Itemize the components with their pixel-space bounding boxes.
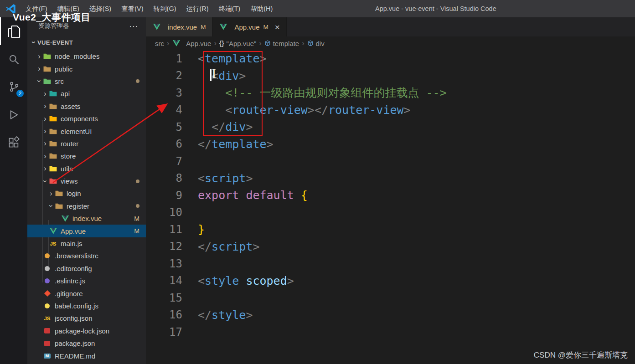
- folder-store-icon: [49, 153, 57, 160]
- activity-bar: 2: [0, 17, 27, 364]
- tab-index-vue[interactable]: index.vueM: [146, 17, 212, 36]
- search-icon[interactable]: [0, 45, 27, 73]
- workspace-section-header[interactable]: › VUE-EVENT: [27, 37, 146, 47]
- folder-public-icon: [43, 65, 52, 72]
- tree-item-register[interactable]: ›register: [27, 200, 146, 212]
- tree-item-index-vue[interactable]: index.vueM: [27, 212, 146, 225]
- tab-app-vue[interactable]: App.vueM×: [212, 17, 286, 36]
- folder-node-modules-icon: [43, 53, 52, 60]
- line-number: 15: [146, 292, 182, 304]
- code-line: 15: [146, 289, 635, 307]
- tree-item-src[interactable]: ›src: [27, 75, 146, 87]
- chevron-right-icon: ›: [36, 53, 43, 60]
- workspace-name: VUE-EVENT: [37, 39, 73, 46]
- tab-label: App.vue: [234, 23, 259, 31]
- code-line: 17: [146, 323, 635, 341]
- tree-item-views[interactable]: ›views: [27, 175, 146, 187]
- code-line: 16</style>: [146, 307, 635, 324]
- menu-item[interactable]: 转到(G): [149, 0, 181, 17]
- tree-item-node-modules[interactable]: ›node_modules: [27, 50, 146, 62]
- code-line: 9export default {: [146, 187, 635, 204]
- tree-item-assets[interactable]: ›assets: [27, 100, 146, 113]
- browserslist-icon: [43, 252, 52, 260]
- folder-router-icon: [49, 140, 57, 147]
- more-actions-icon[interactable]: ···: [130, 23, 139, 30]
- line-number: 2: [146, 69, 182, 82]
- editor-indent-guide: [203, 67, 204, 136]
- line-number: 6: [146, 138, 182, 150]
- markdown-icon: M: [43, 352, 52, 359]
- chevron-right-icon: ›: [36, 65, 43, 72]
- chevron-right-icon: ›: [41, 153, 49, 160]
- folder-elementui-icon: [49, 128, 57, 135]
- chevron-down-icon: ›: [47, 202, 55, 210]
- tree-item-main-js[interactable]: JSmain.js: [27, 237, 146, 250]
- tree-item-label: App.vue: [61, 227, 130, 235]
- vue-icon: [219, 23, 227, 31]
- git-modified-badge: M: [134, 215, 139, 222]
- breadcrumb-item[interactable]: template: [264, 40, 299, 47]
- tree-item-store[interactable]: ›store: [27, 150, 146, 162]
- tree-item-jsconfig-json[interactable]: JSjsconfig.json: [27, 312, 146, 324]
- tree-item-app-vue[interactable]: App.vueM: [27, 225, 146, 237]
- ibeam-mouse-cursor: I: [212, 67, 217, 81]
- breadcrumb-item[interactable]: App.vue: [172, 40, 211, 47]
- tree-item-utils[interactable]: ›utils: [27, 163, 146, 175]
- tree-item-label: README.md: [55, 352, 139, 360]
- tree-item-label: package-lock.json: [55, 327, 139, 335]
- chevron-down-icon: ›: [36, 77, 43, 85]
- run-debug-icon[interactable]: [0, 101, 27, 128]
- tree-item-elementui[interactable]: ›elementUI: [27, 125, 146, 137]
- tree-item-readme-md[interactable]: MREADME.md: [27, 349, 146, 362]
- tree-item-editorconfig[interactable]: .editorconfig: [27, 262, 146, 275]
- extensions-icon[interactable]: [0, 128, 27, 156]
- menu-item[interactable]: 运行(R): [181, 0, 213, 17]
- tree-item-public[interactable]: ›public: [27, 62, 146, 75]
- tree-item-eslintrc-js[interactable]: .eslintrc.js: [27, 275, 146, 287]
- tab-label: index.vue: [168, 23, 197, 31]
- tree-item-api[interactable]: ›api: [27, 87, 146, 100]
- menu-item[interactable]: 帮助(H): [245, 0, 278, 17]
- line-number: 11: [146, 223, 182, 236]
- folder-utils-icon: [49, 165, 57, 172]
- tree-item-gitignore[interactable]: .gitignore: [27, 287, 146, 299]
- code-editor[interactable]: 1<template>2 <div>3 <!-- 一级路由规则对象组件的挂载点 …: [146, 50, 635, 364]
- menu-item[interactable]: 查看(V): [116, 0, 148, 17]
- tree-item-browserslistrc[interactable]: .browserslistrc: [27, 250, 146, 262]
- title-bar: 文件(F)编辑(E)选择(S)查看(V)转到(G)运行(R)终端(T)帮助(H)…: [0, 0, 635, 17]
- folder-views-icon: [49, 178, 57, 185]
- code-line: 6</template>: [146, 136, 635, 153]
- line-number: 12: [146, 240, 182, 253]
- line-number: 17: [146, 326, 182, 338]
- breadcrumb-item[interactable]: div: [307, 40, 325, 47]
- breadcrumb-separator: ›: [167, 39, 169, 47]
- breadcrumb-item[interactable]: src: [155, 40, 164, 47]
- menu-item[interactable]: 终端(T): [214, 0, 246, 17]
- line-number: 13: [146, 257, 182, 270]
- line-number: 1: [146, 52, 182, 65]
- chevron-right-icon: ›: [47, 190, 55, 197]
- code-line: 2 <div>: [146, 67, 635, 85]
- code-line: 5 </div>: [146, 118, 635, 136]
- breadcrumb-separator: ›: [259, 39, 261, 47]
- close-icon[interactable]: ×: [275, 23, 280, 31]
- line-number: 8: [146, 172, 182, 185]
- git-icon: [43, 290, 52, 297]
- tree-item-label: views: [61, 177, 132, 185]
- tree-item-router[interactable]: ›router: [27, 138, 146, 150]
- chevron-right-icon: ›: [41, 90, 49, 97]
- tree-item-package-lock-json[interactable]: package-lock.json: [27, 325, 146, 337]
- explorer-sidebar: 资源管理器 ··· › VUE-EVENT ›node_modules›publ…: [27, 17, 146, 364]
- tree-item-babel-config-js[interactable]: babel.config.js: [27, 300, 146, 312]
- tree-item-label: elementUI: [61, 128, 139, 135]
- source-control-icon[interactable]: 2: [0, 73, 27, 101]
- tree-item-package-json[interactable]: package.json: [27, 337, 146, 349]
- line-number: 7: [146, 155, 182, 168]
- breadcrumb-item[interactable]: {}"App.vue": [219, 40, 257, 47]
- tree-item-label: store: [61, 152, 139, 160]
- tree-item-components[interactable]: ›components: [27, 113, 146, 125]
- tree-item-label: package.json: [55, 339, 139, 347]
- folder-components-icon: [49, 115, 57, 123]
- tree-item-login[interactable]: ›login: [27, 187, 146, 200]
- line-number: 4: [146, 103, 182, 116]
